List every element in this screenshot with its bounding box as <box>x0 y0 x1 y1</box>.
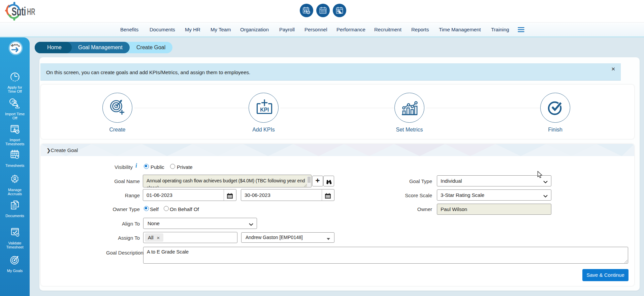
svg-text:Menu: Menu <box>10 43 21 48</box>
svg-text:Suti: Suti <box>11 5 26 18</box>
svg-text:KPI: KPI <box>260 107 269 113</box>
svg-text:HR: HR <box>27 6 35 17</box>
